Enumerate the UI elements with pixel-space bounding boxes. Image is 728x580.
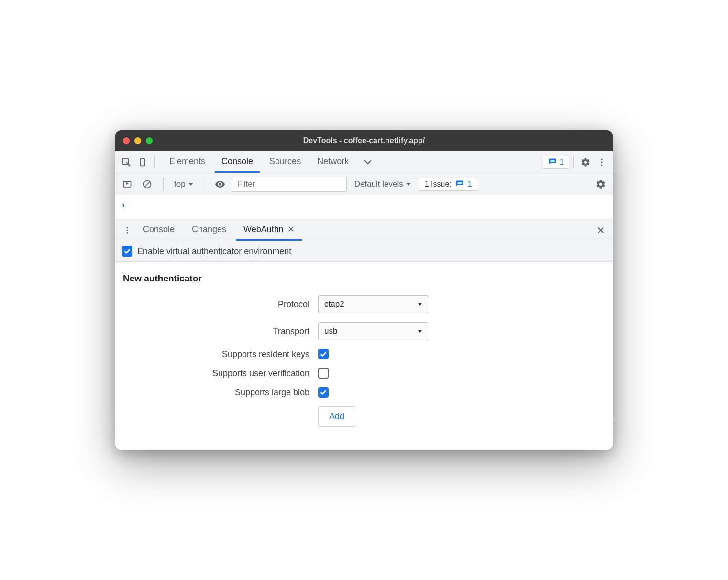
resident-keys-label: Supports resident keys [123, 349, 309, 359]
window-controls [123, 137, 153, 144]
protocol-label: Protocol [123, 300, 309, 310]
separator [204, 178, 204, 190]
close-tab-icon[interactable]: ✕ [287, 224, 295, 234]
console-settings-icon[interactable] [593, 176, 609, 192]
issues-label: 1 Issue: [425, 180, 452, 189]
resident-keys-row: Supports resident keys [123, 349, 605, 359]
errors-badge[interactable]: 1 [543, 156, 569, 169]
tab-network[interactable]: Network [310, 151, 355, 173]
protocol-row: Protocol ctap2 [123, 295, 605, 313]
device-toggle-icon[interactable] [134, 154, 151, 170]
titlebar: DevTools - coffee-cart.netlify.app/ [115, 130, 613, 151]
large-blob-row: Supports large blob [123, 387, 605, 398]
main-tabs: Elements Console Sources Network [163, 151, 377, 173]
svg-rect-11 [457, 182, 462, 182]
clear-console-icon[interactable] [139, 176, 155, 192]
maximize-window-button[interactable] [146, 137, 153, 144]
add-button[interactable]: Add [318, 406, 355, 427]
inspect-element-icon[interactable] [118, 154, 134, 170]
user-verification-label: Supports user verification [123, 368, 309, 379]
resident-keys-checkbox[interactable] [318, 349, 329, 359]
transport-value: usb [324, 326, 337, 336]
drawer-tab-console[interactable]: Console [135, 219, 182, 241]
separator [154, 156, 155, 168]
more-menu-icon[interactable] [594, 154, 610, 170]
large-blob-label: Supports large blob [123, 388, 309, 398]
svg-rect-12 [457, 183, 462, 184]
svg-point-13 [127, 227, 128, 228]
separator [573, 156, 574, 168]
levels-label: Default levels [354, 179, 403, 189]
enable-label: Enable virtual authenticator environment [137, 246, 291, 257]
transport-label: Transport [123, 326, 309, 336]
svg-point-7 [601, 164, 602, 166]
toggle-sidebar-icon[interactable] [119, 176, 135, 192]
drawer-tabs: Console Changes WebAuthn ✕ [135, 219, 302, 241]
drawer-more-icon[interactable] [119, 222, 135, 238]
tabs-overflow-icon[interactable] [358, 151, 377, 173]
transport-select[interactable]: usb [318, 322, 428, 340]
settings-icon[interactable] [577, 154, 594, 170]
minimize-window-button[interactable] [134, 137, 141, 144]
filter-input[interactable] [232, 177, 347, 192]
window-title: DevTools - coffee-cart.netlify.app/ [115, 136, 613, 145]
user-verification-checkbox[interactable] [318, 368, 329, 379]
svg-point-5 [601, 158, 602, 160]
chevron-down-icon [188, 183, 193, 186]
drawer-tab-label: WebAuthn [243, 224, 284, 234]
section-title: New authenticator [123, 273, 605, 284]
context-selector[interactable]: top [171, 179, 196, 189]
new-authenticator-form: New authenticator Protocol ctap2 Transpo… [115, 262, 613, 450]
chevron-down-icon [406, 183, 411, 186]
tab-sources[interactable]: Sources [263, 151, 308, 173]
svg-line-10 [145, 182, 150, 187]
live-expression-icon[interactable] [212, 176, 228, 192]
tab-elements[interactable]: Elements [163, 151, 212, 173]
enable-authenticator-row: Enable virtual authenticator environment [115, 241, 613, 262]
drawer-tab-changes[interactable]: Changes [184, 219, 234, 241]
tab-console[interactable]: Console [215, 151, 260, 173]
large-blob-checkbox[interactable] [318, 387, 329, 398]
protocol-value: ctap2 [324, 300, 344, 309]
drawer-tab-webauthn[interactable]: WebAuthn ✕ [236, 219, 302, 241]
protocol-select[interactable]: ctap2 [318, 295, 428, 313]
add-row: Add [123, 406, 605, 427]
user-verification-row: Supports user verification [123, 368, 605, 379]
drawer-toolbar: Console Changes WebAuthn ✕ [115, 219, 613, 241]
transport-row: Transport usb [123, 322, 605, 340]
console-body[interactable]: › [115, 195, 613, 219]
issues-count: 1 [468, 180, 472, 189]
svg-point-15 [127, 232, 128, 233]
separator [163, 178, 164, 190]
svg-rect-4 [551, 161, 555, 162]
context-label: top [174, 179, 186, 189]
issues-button[interactable]: 1 Issue: 1 [419, 178, 478, 191]
chevron-down-icon [418, 330, 422, 333]
chevron-down-icon [418, 303, 422, 306]
svg-point-14 [127, 229, 128, 231]
log-levels-selector[interactable]: Default levels [351, 179, 415, 189]
svg-point-6 [601, 161, 602, 163]
enable-checkbox[interactable] [122, 246, 132, 257]
errors-count: 1 [560, 158, 564, 167]
devtools-window: DevTools - coffee-cart.netlify.app/ Elem… [115, 130, 613, 450]
console-toolbar: top Default levels 1 Issue: 1 [115, 173, 613, 195]
main-toolbar: Elements Console Sources Network 1 [115, 151, 613, 173]
svg-rect-3 [551, 160, 555, 160]
close-drawer-icon[interactable] [593, 222, 609, 238]
console-prompt-icon: › [122, 200, 125, 210]
close-window-button[interactable] [123, 137, 130, 144]
